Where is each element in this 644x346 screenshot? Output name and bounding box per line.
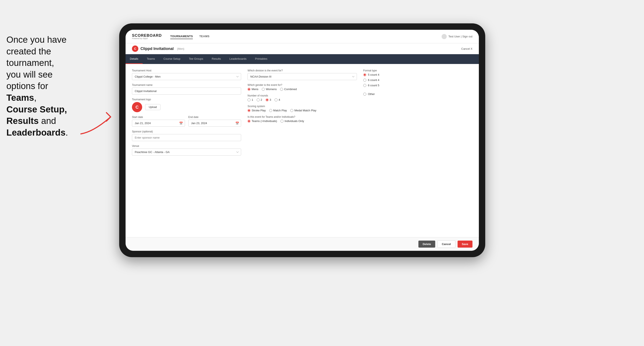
format-other-option[interactable]: Other: [363, 92, 472, 96]
teams-radio-group: Teams (+Individuals) Individuals Only: [248, 119, 357, 123]
cancel-header-button[interactable]: Cancel X: [461, 47, 472, 50]
tab-printables[interactable]: Printables: [251, 54, 272, 64]
rounds-3-label: 3: [270, 98, 271, 101]
format-5count4-radio[interactable]: [363, 73, 366, 76]
tournament-meta: (Men): [177, 47, 184, 50]
gender-mens-option[interactable]: Mens: [248, 88, 258, 91]
rounds-group: Number of rounds 1 2: [248, 94, 357, 101]
gender-mens-label: Mens: [252, 88, 258, 91]
tab-leaderboards[interactable]: Leaderboards: [225, 54, 251, 64]
upload-button[interactable]: Upload: [145, 104, 160, 110]
sponsor-label: Sponsor (optional): [132, 130, 241, 133]
format-6count5-option[interactable]: 6 count 5: [363, 84, 472, 87]
format-other-group: Other: [363, 92, 472, 96]
format-other-label: Other: [368, 92, 375, 96]
rounds-1-label: 1: [252, 98, 253, 101]
teams-plus-radio[interactable]: [248, 120, 250, 123]
teams-plus-label: Teams (+Individuals): [252, 119, 277, 123]
tablet-frame: SCOREBOARD Powered by clippd TOURNAMENTS…: [119, 23, 485, 257]
host-select[interactable]: Clippd College - Men: [132, 73, 241, 80]
tab-details[interactable]: Details: [126, 54, 142, 64]
scoring-stroke-option[interactable]: Stroke Play: [248, 109, 266, 112]
individuals-only-radio[interactable]: [280, 120, 284, 123]
nav-teams[interactable]: TEAMS: [199, 34, 210, 39]
format-6count4-option[interactable]: 6 count 4: [363, 78, 472, 82]
division-group: Which division is the event for? NCAA Di…: [248, 69, 357, 80]
teams-plus-option[interactable]: Teams (+Individuals): [248, 119, 277, 123]
gender-womens-radio[interactable]: [262, 88, 265, 91]
gender-radio-group: Mens Womens Combined: [248, 88, 357, 91]
rounds-4-radio[interactable]: [274, 98, 278, 101]
scoring-match-label: Match Play: [273, 109, 287, 112]
scoring-match-option[interactable]: Match Play: [269, 109, 287, 112]
cancel-button[interactable]: Cancel: [437, 240, 456, 248]
scoring-medal-radio[interactable]: [290, 109, 293, 112]
scoring-match-radio[interactable]: [269, 109, 272, 112]
gender-womens-label: Womens: [266, 88, 277, 91]
nav-tournaments[interactable]: TOURNAMENTS: [170, 34, 193, 39]
scoring-medal-label: Medal Match Play: [294, 109, 316, 112]
sponsor-input[interactable]: [132, 134, 241, 141]
top-nav: SCOREBOARD Powered by clippd TOURNAMENTS…: [126, 30, 479, 43]
delete-button[interactable]: Delete: [418, 241, 435, 248]
venue-group: Venue Peachtree GC - Atlanta - GA: [132, 145, 241, 156]
scoring-stroke-label: Stroke Play: [252, 109, 266, 112]
gender-combined-label: Combined: [284, 88, 297, 91]
rounds-label: Number of rounds: [248, 94, 357, 97]
individuals-only-option[interactable]: Individuals Only: [280, 119, 304, 123]
format-label: Format type: [363, 69, 472, 72]
gender-womens-option[interactable]: Womens: [262, 88, 277, 91]
scoring-stroke-radio[interactable]: [248, 109, 250, 112]
rounds-4-option[interactable]: 4: [274, 98, 280, 101]
gender-combined-option[interactable]: Combined: [280, 88, 297, 91]
start-date-group: Start date 📅: [132, 116, 185, 127]
rounds-3-option[interactable]: 3: [266, 98, 271, 101]
host-label: Tournament Host: [132, 69, 241, 72]
format-6count5-label: 6 count 5: [368, 84, 380, 87]
tab-tee-groups[interactable]: Tee Groups: [185, 54, 208, 64]
start-date-wrapper: 📅: [132, 120, 185, 127]
tab-course-setup[interactable]: Course Setup: [159, 54, 185, 64]
rounds-3-radio[interactable]: [266, 98, 268, 101]
scoring-radio-group: Stroke Play Match Play Medal Match Play: [248, 109, 357, 112]
page-header: C Clippd Invitational (Men) Cancel X: [126, 43, 479, 54]
venue-select[interactable]: Peachtree GC - Atlanta - GA: [132, 149, 241, 156]
rounds-1-option[interactable]: 1: [248, 98, 253, 101]
name-label: Tournament name: [132, 84, 241, 86]
format-5count4-label: 5 count 4: [368, 73, 380, 76]
gender-label: Which gender is the event for?: [248, 84, 357, 86]
tab-results[interactable]: Results: [208, 54, 225, 64]
rounds-2-option[interactable]: 2: [257, 98, 262, 101]
user-label[interactable]: Test User | Sign out: [448, 35, 472, 38]
end-date-group: End date 📅: [188, 116, 241, 127]
start-date-input[interactable]: [132, 120, 185, 127]
format-other-radio[interactable]: [363, 93, 366, 96]
venue-label: Venue: [132, 145, 241, 148]
end-date-wrapper: 📅: [188, 120, 241, 127]
format-6count4-radio[interactable]: [363, 79, 366, 82]
individuals-only-label: Individuals Only: [284, 119, 304, 123]
format-6count5-radio[interactable]: [363, 84, 366, 87]
scoring-medal-option[interactable]: Medal Match Play: [290, 109, 316, 112]
rounds-2-radio[interactable]: [257, 98, 260, 101]
gender-combined-radio[interactable]: [280, 88, 283, 91]
rounds-1-radio[interactable]: [248, 98, 250, 101]
format-5count4-option[interactable]: 5 count 4: [363, 73, 472, 76]
tournament-name-group: Tournament name: [132, 84, 241, 95]
teams-group: Is this event for Teams and/or Individua…: [248, 115, 357, 123]
format-group: Format type 5 count 4 6 count 4: [363, 69, 472, 87]
logo-upload-area: C Upload: [132, 102, 241, 112]
tab-teams[interactable]: Teams: [142, 54, 159, 64]
tournament-host-group: Tournament Host Clippd College - Men: [132, 69, 241, 80]
rounds-2-label: 2: [261, 98, 262, 101]
scoring-group: Scoring system Stroke Play Match Play: [248, 105, 357, 112]
name-input[interactable]: [132, 88, 241, 95]
calendar-icon-2: 📅: [236, 122, 239, 125]
form-col-2: Which division is the event for? NCAA Di…: [248, 69, 357, 156]
gender-mens-radio[interactable]: [248, 88, 250, 91]
nav-links: TOURNAMENTS TEAMS: [170, 34, 210, 39]
end-date-input[interactable]: [188, 120, 241, 127]
division-select[interactable]: NCAA Division III: [248, 73, 357, 80]
save-button[interactable]: Save: [458, 241, 472, 248]
logo-area: SCOREBOARD Powered by clippd: [132, 33, 162, 39]
